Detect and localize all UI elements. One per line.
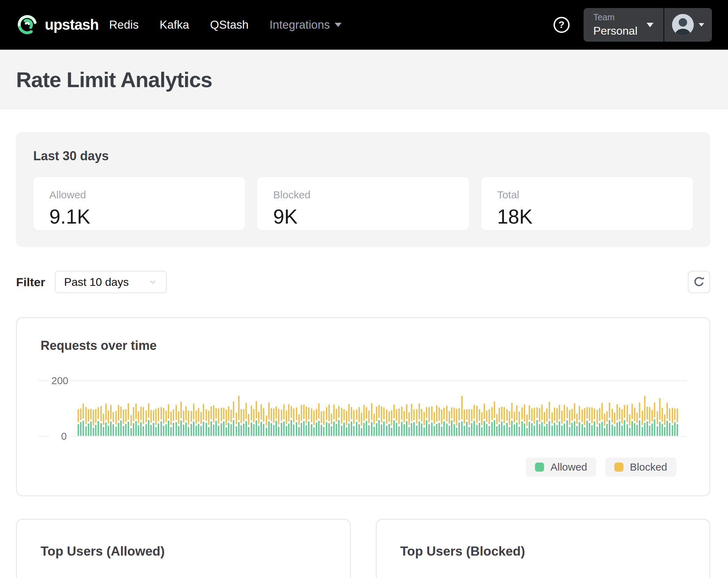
bar-blocked (413, 409, 415, 420)
bar-allowed (556, 425, 558, 436)
bar-blocked (346, 411, 347, 425)
bar-allowed (233, 420, 234, 436)
account-box: Team Personal (584, 8, 712, 42)
bar-allowed (348, 423, 350, 436)
user-menu[interactable] (664, 8, 712, 42)
legend-item-blocked[interactable]: Blocked (605, 458, 676, 477)
bar-allowed (469, 427, 470, 436)
bar-blocked (659, 398, 661, 420)
bar-allowed (536, 420, 538, 436)
bar-allowed (283, 421, 285, 436)
team-value: Personal (593, 24, 637, 37)
bar-allowed (579, 422, 580, 436)
bar-allowed (125, 424, 127, 436)
bar-allowed (118, 423, 119, 436)
date-range-select[interactable]: Past 10 days (55, 271, 167, 293)
bar-allowed (378, 420, 380, 436)
bar-blocked (298, 414, 300, 425)
bar-blocked (138, 411, 139, 423)
bar-blocked (148, 403, 149, 418)
bar-allowed (168, 421, 169, 436)
bar-blocked (193, 403, 194, 420)
bar-blocked (431, 406, 433, 421)
nav-item-redis[interactable]: Redis (109, 18, 138, 31)
bar-blocked (531, 408, 533, 421)
bar-allowed (245, 421, 247, 436)
refresh-button[interactable] (688, 271, 710, 293)
bar-allowed (591, 425, 593, 436)
gridline-0: 0 (39, 436, 687, 437)
nav-item-qstash[interactable]: QStash (210, 18, 249, 31)
bar-blocked (636, 413, 638, 423)
bar-allowed (105, 422, 107, 436)
bar-blocked (276, 406, 277, 419)
bar-allowed (476, 425, 478, 436)
bar-blocked (479, 409, 480, 421)
bar-blocked (627, 405, 628, 422)
bar-blocked (541, 404, 543, 420)
bar-blocked (599, 408, 600, 421)
bar-blocked (672, 408, 673, 423)
bar-allowed (148, 420, 149, 436)
bar-allowed (230, 424, 232, 436)
bar-allowed (95, 425, 97, 436)
bar-blocked (376, 407, 377, 421)
legend-item-allowed[interactable]: Allowed (526, 458, 596, 477)
bar-blocked (631, 404, 633, 419)
bar-blocked (383, 407, 385, 420)
upstash-logo[interactable]: upstash (16, 13, 99, 37)
bar-allowed (293, 424, 294, 436)
bar-blocked (328, 404, 330, 421)
team-switcher[interactable]: Team Personal (584, 8, 663, 42)
bar-allowed (511, 421, 513, 436)
help-icon[interactable]: ? (554, 17, 570, 33)
bar-allowed (88, 423, 89, 436)
bar-allowed (273, 425, 274, 436)
bar-blocked (406, 404, 407, 419)
bar-blocked (336, 409, 337, 422)
bar-allowed (554, 423, 555, 436)
nav-item-integrations-label: Integrations (270, 18, 330, 31)
bar-allowed (218, 425, 219, 436)
nav-item-kafka[interactable]: Kafka (159, 18, 189, 31)
bar-allowed (100, 423, 102, 436)
bar-blocked (83, 403, 84, 419)
bar-blocked (571, 409, 573, 421)
bar-blocked (612, 409, 613, 423)
bar-blocked (321, 411, 322, 423)
bar-allowed (198, 424, 199, 436)
bar-blocked (223, 408, 224, 420)
bar-allowed (456, 428, 457, 436)
nav-item-integrations[interactable]: Integrations (270, 18, 342, 31)
bar-allowed (170, 427, 172, 436)
bar-blocked (651, 410, 653, 422)
bar-blocked (251, 406, 252, 421)
bar-blocked (120, 407, 122, 418)
card-title: Top Users (Blocked) (400, 544, 686, 559)
bar-blocked (195, 410, 197, 424)
bar-allowed (649, 425, 650, 436)
bar-blocked (281, 409, 282, 421)
bar-allowed (323, 427, 324, 436)
bar-blocked (519, 411, 520, 425)
bar-allowed (398, 426, 400, 436)
bar-allowed (584, 427, 585, 436)
bar-allowed (160, 421, 162, 436)
bar-blocked (191, 411, 192, 422)
bar-blocked (183, 410, 184, 423)
bar-blocked (499, 408, 500, 422)
bar-blocked (481, 412, 483, 425)
bar-allowed (642, 427, 643, 436)
bar-blocked (118, 405, 119, 421)
bar-allowed (238, 422, 240, 436)
bar-allowed (281, 423, 282, 436)
refresh-icon (693, 276, 705, 288)
bar-blocked (343, 409, 345, 421)
bar-allowed (458, 422, 460, 436)
bar-blocked (206, 409, 207, 421)
bar-blocked (100, 406, 102, 421)
bar-blocked (296, 407, 297, 420)
bar-blocked (654, 402, 655, 417)
title-band: Rate Limit Analytics (0, 50, 728, 110)
chart-legend: Allowed Blocked (526, 458, 676, 477)
